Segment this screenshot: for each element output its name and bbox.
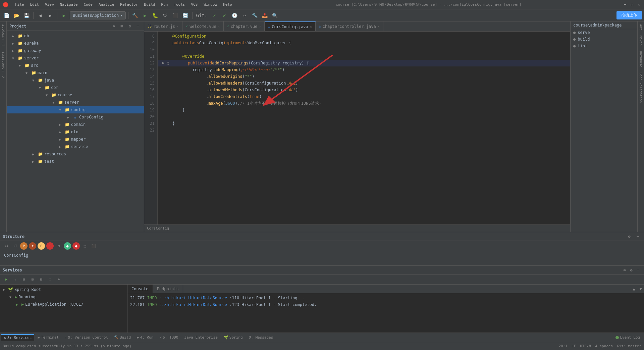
git-check-button[interactable]: ✓ [210,11,219,20]
project-sidebar-tab[interactable]: 1: Project [0,21,6,49]
git-revert-button[interactable]: ↩ [240,11,249,20]
menu-build[interactable]: Build [141,2,158,7]
profile-button[interactable]: ⬛ [171,11,180,20]
bottom-tab-java-enterprise[interactable]: Java Enterprise [181,335,220,340]
project-settings-button[interactable]: ⚙ [126,23,133,30]
search-toolbar-button[interactable]: 🔍 [270,11,279,20]
tab-router-js[interactable]: JS router.js ✕ [144,21,182,31]
forward-button[interactable]: ▶ [46,11,55,20]
bottom-tab-run[interactable]: ▶ 4: Run [134,335,156,340]
bean-validation-tab[interactable]: Bean Validation [638,70,643,105]
menu-navigate[interactable]: Navigate [57,2,80,7]
services-minimize-button[interactable]: ─ [635,267,641,273]
debug-button[interactable]: 🐛 [151,11,160,20]
tree-item-server[interactable]: ▼ 📁 server [7,54,144,62]
bottom-tab-messages[interactable]: 0: Messages [246,335,276,340]
services-running-item[interactable]: ▼ ▶ Running [1,293,126,301]
back-button[interactable]: ◀ [36,11,45,20]
tree-item-java[interactable]: ▼ 📁 java [7,77,144,84]
bottom-tab-version-control[interactable]: ↑ 9: Version Control [62,335,111,340]
services-expand-button[interactable]: ⬚ [46,276,54,283]
struct-btn-4[interactable]: f [29,242,36,250]
menu-file[interactable]: File [12,2,27,7]
tab-chapter-controller[interactable]: ☕ ChapterController.java ✕ [316,21,383,31]
tree-item-resources[interactable]: ▶ 📁 resources [7,150,144,158]
run-button[interactable]: ▶ [60,11,68,20]
log-class-2[interactable]: c.zh.hikari.HikariDataSource [159,302,227,307]
run2-button[interactable]: ▶ [141,11,150,20]
console-scroll-up[interactable]: ▲ [631,286,637,292]
project-add-button[interactable]: ⊕ [110,23,117,30]
new-file-button[interactable]: 📄 [2,11,11,20]
tab-chapter-vue[interactable]: ✓ chapter.vue ✕ [224,21,265,31]
sort-type-button[interactable]: ↕T [11,242,19,250]
tab-close-cors[interactable]: ✕ [310,25,312,29]
tree-item-src[interactable]: ▼ 📁 src [7,62,144,69]
tree-item-domain[interactable]: ▶ 📁 domain [7,121,144,128]
favorites-sidebar-tab[interactable]: 2: Favorites [0,49,6,81]
tab-cors-config[interactable]: ☕ CorsConfig.java ✕ [265,21,315,31]
sort-alpha-button[interactable]: ↕A [3,242,10,250]
struct-filter-button[interactable]: ⊟ [55,242,62,250]
bottom-tab-spring[interactable]: 🌱 Spring [221,335,246,340]
git-settings-button[interactable]: 🔧 [250,11,259,20]
menu-code[interactable]: Code [81,2,95,7]
minimize-button[interactable]: ─ [623,2,628,7]
bottom-tab-services[interactable]: ⚙ 8: Services [1,334,34,341]
struct-btn-3[interactable]: P [20,242,28,250]
menu-run[interactable]: Run [158,2,170,7]
database-panel-tab[interactable]: Database [638,48,643,70]
menu-analyze[interactable]: Analyze [96,2,117,7]
structure-minimize-button[interactable]: ─ [635,233,641,240]
struct-expand-button[interactable]: ⬚ [81,242,89,250]
console-tab-endpoints[interactable]: Endpoints [153,285,183,293]
project-scroll-button[interactable]: ⊞ [118,23,125,30]
tree-item-com[interactable]: ▼ 📁 com [7,84,144,91]
git-push-button[interactable]: 📤 [260,11,269,20]
tab-close-chapter-ctrl[interactable]: ✕ [378,24,380,28]
structure-settings-button[interactable]: ⚙ [626,233,633,240]
tree-item-test[interactable]: ▶ 📁 test [7,158,144,165]
menu-edit[interactable]: Edit [28,2,42,7]
open-file-button[interactable]: 📂 [12,11,21,20]
tree-item-service[interactable]: ▶ 📁 service [7,143,144,150]
struct-collapse-button[interactable]: ⬛ [90,242,97,250]
console-scroll-down[interactable]: ▼ [637,286,644,292]
console-tab-console[interactable]: Console [127,285,153,293]
tree-item-db[interactable]: ▶ 📁 db [7,32,144,40]
build-button[interactable]: 🔨 [131,11,140,20]
services-add2-button[interactable]: + [55,276,62,283]
services-eureka-item[interactable]: ▶ ▶ EurekaApplication :8761/ [1,301,126,308]
project-minimize-button[interactable]: ─ [135,23,141,30]
services-settings-button[interactable]: ⚙ [628,267,635,273]
tree-item-gateway[interactable]: ▶ 📁 gateway [7,47,144,54]
menu-refactor[interactable]: Refactor [117,2,141,7]
struct-btn-5[interactable]: F [38,242,45,250]
npm-item-serve[interactable]: ● serve [571,29,637,36]
services-sort-button[interactable]: ↕ [11,276,19,283]
tree-item-server-inner[interactable]: ▼ 📁 server [7,99,144,106]
tree-item-config[interactable]: ▼ 📁 config [7,106,144,113]
menu-help[interactable]: Help [220,2,235,7]
services-add-button[interactable]: ⊕ [621,267,628,273]
tab-close-router[interactable]: ✕ [177,24,179,28]
struct-btn-8[interactable]: ● [64,242,71,250]
tab-close-welcome[interactable]: ✕ [218,24,220,28]
services-springboot-item[interactable]: ▼ 🌱 Spring Boot [1,286,126,293]
services-group-button[interactable]: ⊟ [29,276,36,283]
services-filter-button[interactable]: ⊟ [38,276,45,283]
tab-welcome-vue[interactable]: ✓ welcome.vue ✕ [182,21,224,31]
menu-window[interactable]: Window [201,2,220,7]
log-class-1[interactable]: c.zh.hikari.HikariDataSource [159,296,227,300]
tree-item-course[interactable]: ▼ 📁 course [7,91,144,99]
services-run-button[interactable]: ▶ [3,276,10,283]
menu-tools[interactable]: Tools [171,2,187,7]
menu-vcs[interactable]: VCS [188,2,200,7]
tree-item-dto[interactable]: ▶ 📁 dto [7,128,144,136]
maven-panel-tab[interactable]: Maven [638,33,643,48]
bottom-tab-todo[interactable]: ✓ 6: TODO [157,335,181,340]
tree-item-mapper[interactable]: ▶ 📁 mapper [7,136,144,143]
npm-item-build[interactable]: ● build [571,36,637,43]
tree-item-eureka[interactable]: ▶ 📁 eureka [7,40,144,47]
tab-close-chapter[interactable]: ✕ [259,24,261,28]
